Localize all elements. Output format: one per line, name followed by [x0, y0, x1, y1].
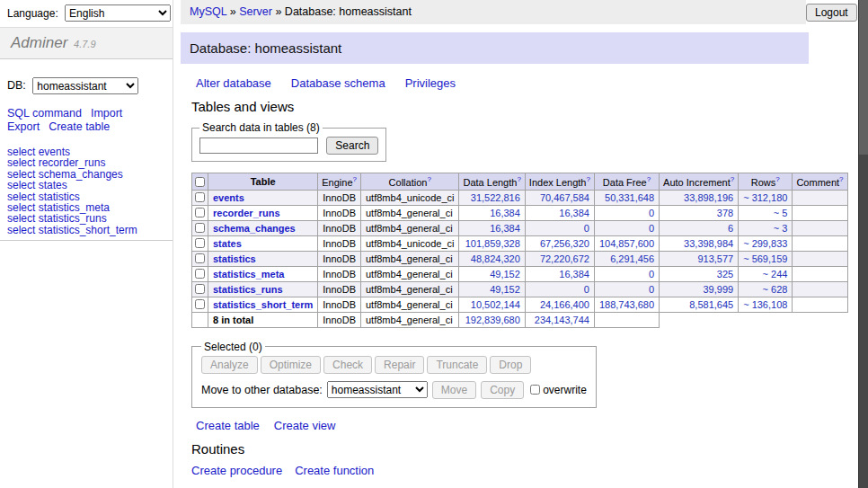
create-link-create-table[interactable]: Create table [196, 419, 260, 432]
routine-link-create-procedure[interactable]: Create procedure [191, 464, 282, 477]
column-help-link[interactable]: ? [775, 175, 779, 183]
sidebar-link-create-table[interactable]: Create table [49, 120, 110, 133]
repair-button[interactable]: Repair [375, 356, 424, 374]
page-title-text: Database: homeassistant [190, 40, 341, 56]
sidebar-table-link-select-recorder-runs[interactable]: select recorder_runs [7, 157, 165, 168]
cell-collation: utf8mb4_general_ci [361, 205, 459, 220]
table-footer-row: 8 in total InnoDB utf8mb4_general_ci 192… [192, 312, 848, 327]
table-link-statistics-meta[interactable]: statistics_meta [213, 269, 285, 279]
move-db-select[interactable]: homeassistant [327, 381, 428, 398]
create-link-create-view[interactable]: Create view [274, 419, 336, 432]
row-checkbox[interactable] [195, 192, 205, 202]
create-links: Create tableCreate view [196, 419, 858, 432]
sidebar-table-link-select-statistics-runs[interactable]: select statistics_runs [7, 213, 165, 224]
analyze-button[interactable]: Analyze [201, 356, 258, 374]
logout-button[interactable]: Logout [806, 4, 857, 22]
move-button[interactable]: Move [432, 381, 476, 399]
row-checkbox[interactable] [195, 238, 205, 248]
row-checkbox[interactable] [195, 253, 205, 263]
app-version: 4.7.9 [74, 39, 95, 49]
table-link-statistics-runs[interactable]: statistics_runs [213, 284, 283, 295]
breadcrumb-server[interactable]: Server [239, 5, 272, 18]
tables-body: eventsInnoDButf8mb4_unicode_ci31,522,816… [192, 190, 848, 312]
scrollbar-thumb[interactable] [859, 0, 868, 155]
action-link-privileges[interactable]: Privileges [405, 76, 456, 90]
column-help-link[interactable]: ? [517, 175, 520, 183]
column-header-rows: Rows? [739, 173, 793, 191]
breadcrumb-database-homeassistant: Database: homeassistant [285, 5, 412, 18]
cell-rows: ~ 136,108 [739, 297, 793, 312]
table-link-statistics-short-term[interactable]: statistics_short_term [213, 299, 313, 310]
cell-comment [793, 281, 847, 297]
cell-engine: InnoDB [318, 266, 361, 281]
row-checkbox[interactable] [195, 223, 205, 233]
column-header-data-length: Data Length? [459, 173, 525, 191]
cell-index-length: 24,166,400 [525, 297, 594, 312]
cell-engine: InnoDB [318, 235, 361, 251]
column-label: Engine [322, 177, 352, 188]
action-link-database-schema[interactable]: Database schema [291, 76, 385, 90]
cell-table-name: events [208, 190, 318, 205]
cell-data-free: 50,331,648 [594, 190, 659, 205]
footer-check-cell [192, 312, 208, 327]
scrollbar[interactable] [858, 0, 868, 488]
column-help-link[interactable]: ? [647, 175, 651, 183]
optimize-button[interactable]: Optimize [261, 356, 321, 374]
select-all-checkbox[interactable] [195, 177, 205, 187]
sidebar-table-link-select-statistics-short-term[interactable]: select statistics_short_term [7, 225, 165, 235]
table-row-recorder-runs: recorder_runsInnoDButf8mb4_general_ci16,… [192, 205, 848, 220]
cell-table-name: statistics_runs [208, 281, 318, 297]
footer-collation: utf8mb4_general_ci [361, 312, 459, 327]
search-button[interactable]: Search [326, 137, 378, 155]
language-select[interactable]: English [65, 4, 171, 22]
column-help-link[interactable]: ? [839, 175, 843, 183]
row-select-cell [192, 205, 208, 220]
row-checkbox[interactable] [195, 269, 205, 279]
db-select[interactable]: homeassistant [32, 77, 138, 94]
language-row: Language: English [0, 0, 173, 27]
cell-collation: utf8mb4_general_ci [361, 281, 459, 297]
column-help-link[interactable]: ? [427, 175, 430, 183]
table-link-schema-changes[interactable]: schema_changes [213, 223, 296, 234]
column-help-link[interactable]: ? [586, 175, 589, 183]
cell-auto-increment: 8,581,645 [660, 297, 739, 312]
check-button[interactable]: Check [323, 356, 372, 374]
top-row: MySQL » Server » Database: homeassistant… [173, 0, 858, 24]
cell-index-length: 0 [525, 281, 594, 297]
copy-button[interactable]: Copy [481, 381, 524, 399]
db-row: DB: homeassistant [0, 59, 173, 98]
column-header-collation: Collation? [361, 173, 459, 191]
db-action-links: Alter databaseDatabase schemaPrivileges [196, 76, 858, 90]
search-input[interactable] [199, 138, 318, 154]
cell-data-length: 16,384 [459, 205, 525, 220]
cell-comment [793, 220, 847, 235]
overwrite-checkbox[interactable] [530, 385, 540, 395]
row-checkbox[interactable] [195, 208, 205, 217]
table-link-recorder-runs[interactable]: recorder_runs [213, 208, 280, 218]
column-help-link[interactable]: ? [353, 175, 357, 183]
cell-rows: ~ 299,833 [739, 235, 793, 251]
sidebar-table-link-select-states[interactable]: select states [7, 180, 165, 191]
breadcrumb-mysql[interactable]: MySQL [190, 5, 226, 18]
table-header-row: TableEngine?Collation?Data Length?Index … [192, 173, 848, 191]
table-link-events[interactable]: events [213, 192, 244, 203]
row-checkbox[interactable] [195, 299, 205, 309]
column-label: Data Length [463, 177, 517, 188]
column-help-link[interactable]: ? [731, 175, 734, 183]
routine-link-create-function[interactable]: Create function [295, 464, 374, 477]
sidebar-link-sql-command[interactable]: SQL command [7, 107, 82, 120]
sidebar-link-export[interactable]: Export [7, 120, 40, 133]
row-checkbox[interactable] [195, 284, 205, 294]
cell-engine: InnoDB [318, 297, 361, 312]
sidebar-link-import[interactable]: Import [91, 107, 122, 120]
cell-index-length: 16,384 [525, 266, 594, 281]
table-link-statistics[interactable]: statistics [213, 253, 256, 264]
action-link-alter-database[interactable]: Alter database [196, 76, 271, 90]
table-link-states[interactable]: states [213, 238, 242, 249]
cell-data-length: 10,502,144 [459, 297, 525, 312]
cell-rows: ~ 3 [739, 220, 793, 235]
drop-button[interactable]: Drop [490, 356, 531, 374]
cell-data-free: 0 [594, 281, 659, 297]
truncate-button[interactable]: Truncate [427, 356, 487, 374]
cell-comment [793, 266, 847, 281]
